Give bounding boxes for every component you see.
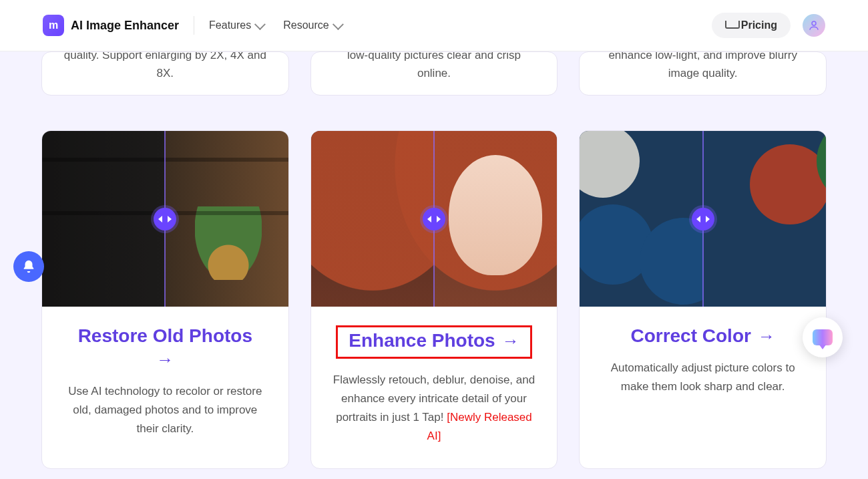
pricing-label: Pricing [741,19,777,31]
card-color-image[interactable] [580,131,826,307]
logo[interactable]: m AI Image Enhancer [43,15,179,36]
nav-resource-label: Resource [283,19,329,31]
image-after [165,131,288,307]
compare-slider-handle-icon[interactable] [692,208,714,230]
card-partial-1-text: quality. Support enlarging by 2X, 4X and… [62,51,268,82]
user-icon [808,19,820,31]
card-restore-title-wrap: Restore Old Photos → [61,325,270,370]
color-desc: Automatically adjust picture colors to m… [598,359,807,396]
notifications-button[interactable] [13,251,44,282]
card-partial-3: enhance low-light, and improve blurry im… [579,51,827,96]
bell-icon [21,259,36,274]
app-name: AI Image Enhancer [71,19,179,33]
pricing-button[interactable]: Pricing [712,13,791,38]
svg-point-0 [812,21,816,25]
image-after [434,131,557,307]
card-partial-1: quality. Support enlarging by 2X, 4X and… [41,51,289,96]
card-restore-body: Restore Old Photos → Use AI technology t… [42,307,288,468]
chat-support-button[interactable] [803,317,843,357]
nav-resource[interactable]: Resource [283,19,341,31]
enhance-desc: Flawlessly retouch, deblur, denoise, and… [330,371,539,446]
card-correct-color: Correct Color → Automatically adjust pic… [579,130,827,469]
card-restore-old-photos: Restore Old Photos → Use AI technology t… [41,130,289,469]
card-enhance-title-wrap: Enhance Photos → [336,325,531,359]
nav-features[interactable]: Features [209,19,263,31]
enhance-title-text: Enhance Photos [349,330,495,351]
nav-features-label: Features [209,19,251,31]
color-title-text: Correct Color [630,325,750,347]
card-enhance-body: Enhance Photos → Flawlessly retouch, deb… [311,307,558,468]
chat-icon [813,329,833,345]
restore-desc: Use AI technology to recolor or restore … [61,382,270,438]
image-after [703,131,826,307]
correct-color-link[interactable]: Correct Color → [630,325,775,347]
app-header: m AI Image Enhancer Features Resource Pr… [0,0,868,51]
main-nav: Features Resource [209,19,341,31]
restore-title-text: Restore Old Photos [78,325,252,347]
image-before [580,131,702,307]
chevron-down-icon [333,19,344,30]
card-enhance-photos: Enhance Photos → Flawlessly retouch, deb… [310,130,558,469]
card-color-body: Correct Color → Automatically adjust pic… [580,307,826,468]
avatar[interactable] [803,14,825,37]
page-content: quality. Support enlarging by 2X, 4X and… [0,51,868,479]
restore-old-photos-link[interactable]: Restore Old Photos → [78,325,252,370]
arrow-right-icon: → [156,349,174,370]
feature-cards-top-partial: quality. Support enlarging by 2X, 4X and… [41,51,827,96]
card-partial-2-text: low-quality pictures clear and crisp onl… [331,51,537,82]
chevron-down-icon [254,19,266,30]
card-enhance-image[interactable] [311,131,558,307]
compare-slider-handle-icon[interactable] [154,208,176,230]
arrow-right-icon: → [758,326,775,347]
logo-icon: m [43,15,64,36]
arrow-right-icon: → [502,331,519,351]
face-graphic [449,155,542,275]
enhance-photos-link[interactable]: Enhance Photos → [349,330,519,351]
image-before [42,131,165,307]
card-partial-3-text: enhance low-light, and improve blurry im… [600,51,806,82]
card-partial-2: low-quality pictures clear and crisp onl… [310,51,558,96]
cart-icon [725,21,737,30]
card-restore-image[interactable] [42,131,288,307]
divider [194,16,194,35]
feature-cards-row: Restore Old Photos → Use AI technology t… [41,130,827,469]
card-color-title-wrap: Correct Color → [598,325,807,347]
header-right: Pricing [712,13,825,38]
compare-slider-handle-icon[interactable] [423,208,445,230]
plant-graphic [195,206,262,280]
